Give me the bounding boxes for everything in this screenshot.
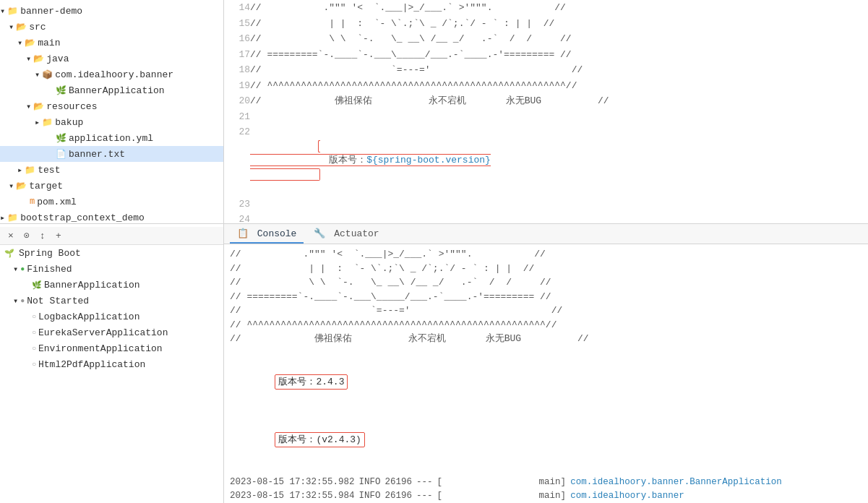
tree-label: application.yml bbox=[69, 133, 153, 144]
tree-item-src[interactable]: ▾ 📂 src bbox=[0, 19, 223, 35]
line22-var: ${spring-boot.version} bbox=[366, 155, 491, 165]
code-content: // 佛祖保佑 永不宕机 永无BUG // bbox=[250, 93, 868, 109]
code-line-21: 21 bbox=[224, 109, 868, 125]
log-line-2: 2023-08-15 17:32:55.984 INFO 26196 --- [… bbox=[230, 489, 862, 503]
tree-item-java[interactable]: ▾ 📂 java bbox=[0, 51, 223, 66]
arrow-right-icon: ▸ bbox=[35, 117, 40, 128]
finished-label: Finished bbox=[27, 264, 72, 275]
wrap-button[interactable]: ↕ bbox=[36, 229, 49, 242]
code-table: 14 // .""" '< `.___|>_/___.` >'""". // 1… bbox=[224, 0, 868, 224]
log-bracket: [ bbox=[437, 476, 443, 489]
tree-item-banner-app[interactable]: 🌿 BannerApplication bbox=[0, 82, 223, 98]
code-line-16: 16 // \ \ `-. \_ __\ /__ _/ .-` / / // bbox=[224, 31, 868, 47]
app-gray-icon: ○ bbox=[32, 329, 36, 337]
log-main-label: main] bbox=[447, 489, 566, 503]
tree-label: target bbox=[29, 181, 63, 192]
run-item-environment[interactable]: ○ EnvironmentApplication bbox=[0, 340, 223, 356]
code-line-24: 24 版本号：${spring-boot.formatted-version} bbox=[224, 212, 868, 224]
arrow-down-icon: ▾ bbox=[9, 22, 14, 33]
tree-item-pom[interactable]: m pom.xml bbox=[0, 194, 223, 210]
console-line: // 佛祖保佑 永不宕机 永无BUG // bbox=[230, 332, 862, 346]
run-item-not-started[interactable]: ▾ ● Not Started bbox=[0, 293, 223, 309]
tree-label: main bbox=[38, 38, 60, 48]
tree-item-application-yml[interactable]: 🌿 application.yml bbox=[0, 130, 223, 146]
line22-prefix: 版本号： bbox=[329, 155, 366, 165]
console-line: // `=---=' // bbox=[230, 304, 862, 318]
code-line-22: 22 版本号：${spring-boot.version} bbox=[224, 124, 868, 197]
not-started-icon: ● bbox=[20, 297, 25, 305]
run-item-banner-app[interactable]: 🌿 BannerApplication bbox=[0, 277, 223, 293]
line-number: 21 bbox=[224, 109, 250, 125]
actuator-tab-icon: 🔧 bbox=[314, 228, 325, 239]
spring-boot-label: Spring Boot bbox=[19, 248, 81, 259]
arrow-down-icon: ▾ bbox=[9, 181, 14, 192]
run-item-logback[interactable]: ○ LogbackApplication bbox=[0, 309, 223, 324]
editor-section: 14 // .""" '< `.___|>_/___.` >'""". // 1… bbox=[224, 0, 868, 224]
arrow-down-icon: ▾ bbox=[0, 6, 5, 17]
tree-label: BannerApplication bbox=[69, 85, 165, 96]
tree-item-bootstrap[interactable]: ▸ 📁 bootstrap_context_demo bbox=[0, 210, 223, 224]
tree-item-main[interactable]: ▾ 📂 main bbox=[0, 35, 223, 51]
log-sep: --- bbox=[416, 489, 433, 503]
add-button[interactable]: + bbox=[52, 229, 65, 242]
tree-label: bootstrap_context_demo bbox=[20, 212, 145, 223]
code-content: // ^^^^^^^^^^^^^^^^^^^^^^^^^^^^^^^^^^^^^… bbox=[250, 78, 868, 94]
version1-box: 版本号：2.4.3 bbox=[275, 374, 348, 390]
actuator-tab-label: Actuator bbox=[334, 228, 379, 239]
run-item-html2pdf[interactable]: ○ Html2PdfApplication bbox=[0, 356, 223, 372]
console-tab-icon: 📋 bbox=[237, 228, 249, 239]
console-line bbox=[230, 404, 862, 418]
console-line: // | | : `- \`.;`\ _ /`;.`/ - ` : | | // bbox=[230, 262, 862, 276]
tree-item-resources[interactable]: ▾ 📂 resources bbox=[0, 98, 223, 114]
arrow-right-icon: ▸ bbox=[0, 212, 5, 223]
run-item-spring-boot[interactable]: 🌱 Spring Boot bbox=[0, 245, 223, 261]
xml-icon: m bbox=[30, 197, 35, 207]
line-number: 18 bbox=[224, 62, 250, 78]
tab-console[interactable]: 📋 Console bbox=[230, 225, 304, 244]
version2-box: 版本号：(v2.4.3) bbox=[275, 432, 364, 448]
stop-button[interactable]: × bbox=[4, 229, 17, 242]
arrow-down-icon: ▾ bbox=[17, 38, 22, 48]
tab-actuator[interactable]: 🔧 Actuator bbox=[306, 225, 386, 244]
log-sep: --- bbox=[416, 476, 433, 489]
arrow-down-icon: ▾ bbox=[26, 101, 31, 112]
arrow-right-icon: ▸ bbox=[17, 165, 22, 176]
folder-icon: 📂 bbox=[33, 101, 44, 112]
arrow-down-icon: ▾ bbox=[35, 69, 40, 80]
tree-item-test[interactable]: ▸ 📁 test bbox=[0, 162, 223, 178]
log-main-label: main] bbox=[447, 476, 566, 489]
not-started-label: Not Started bbox=[27, 296, 89, 306]
code-content bbox=[250, 109, 868, 125]
filter-button[interactable]: ⊙ bbox=[20, 229, 33, 242]
folder-icon: 📂 bbox=[25, 38, 35, 48]
run-item-eureka[interactable]: ○ EurekaServerApplication bbox=[0, 324, 223, 340]
spring-icon: 🌱 bbox=[4, 249, 14, 258]
console-tabs: 📋 Console 🔧 Actuator bbox=[224, 224, 868, 244]
code-content: 版本号：${spring-boot.formatted-version} bbox=[250, 212, 868, 224]
code-content: 版本号：${spring-boot.version} bbox=[250, 124, 868, 197]
code-line-23: 23 bbox=[224, 197, 868, 212]
line-number: 17 bbox=[224, 47, 250, 63]
app-gray-icon: ○ bbox=[32, 313, 36, 321]
log-level: INFO bbox=[359, 476, 381, 489]
console-line bbox=[230, 346, 862, 361]
arrow-down-icon: ▾ bbox=[13, 264, 18, 275]
run-item-finished[interactable]: ▾ ● Finished bbox=[0, 261, 223, 277]
eureka-label: EurekaServerApplication bbox=[38, 327, 168, 338]
log-bracket: [ bbox=[437, 489, 443, 503]
tree-label: src bbox=[29, 22, 46, 33]
tree-item-banner-demo[interactable]: ▾ 📁 banner-demo bbox=[0, 3, 223, 19]
tree-item-pkg[interactable]: ▾ 📦 com.idealhoory.banner bbox=[0, 66, 223, 82]
line-number: 16 bbox=[224, 31, 250, 47]
tree-label: banner-demo bbox=[20, 6, 82, 17]
tree-item-banner-txt[interactable]: 📄 banner.txt bbox=[0, 146, 223, 162]
line-number: 19 bbox=[224, 78, 250, 94]
package-icon: 📦 bbox=[42, 69, 53, 80]
tree-item-target[interactable]: ▾ 📂 target bbox=[0, 178, 223, 194]
line-number: 15 bbox=[224, 16, 250, 32]
txt-icon: 📄 bbox=[56, 149, 66, 160]
code-content: // \ \ `-. \_ __\ /__ _/ .-` / / // bbox=[250, 31, 868, 47]
console-version1: 版本号：2.4.3 bbox=[230, 360, 862, 404]
line-number: 24 bbox=[224, 212, 250, 224]
tree-item-bakup[interactable]: ▸ 📁 bakup bbox=[0, 114, 223, 130]
